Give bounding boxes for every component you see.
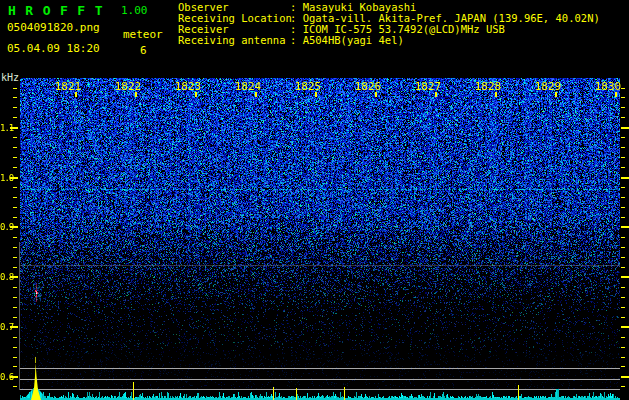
freq-tick-right (621, 317, 625, 318)
time-axis-tick (75, 92, 77, 97)
freq-tick-left (13, 317, 17, 318)
time-axis-tick (375, 92, 377, 97)
freq-tick-left (13, 107, 17, 108)
freq-tick-right (621, 187, 625, 188)
time-axis-tick (555, 92, 557, 97)
freq-tick-right (621, 386, 625, 387)
time-axis-label: 1822 (114, 80, 142, 93)
freq-tick-right (621, 167, 625, 168)
time-axis-tick (255, 92, 257, 97)
freq-tick-right (621, 297, 625, 298)
freq-tick-right (621, 197, 625, 198)
freq-tick-left (13, 287, 17, 288)
freq-tick-left (13, 88, 17, 89)
freq-tick-left (13, 197, 17, 198)
freq-tick-left (13, 187, 17, 188)
freq-tick-right (621, 217, 625, 218)
time-axis-tick (135, 92, 137, 97)
freq-axis-label: 0.8 (0, 272, 13, 282)
time-axis-label: 1825 (294, 80, 322, 93)
freq-tick-right (621, 177, 629, 179)
freq-tick-left (13, 167, 17, 168)
freq-tick-right (621, 287, 625, 288)
freq-tick-left (13, 297, 17, 298)
freq-tick-left (13, 217, 17, 218)
freq-tick-left (13, 247, 17, 248)
time-axis-tick (435, 92, 437, 97)
freq-axis-label: 1.1 (0, 123, 13, 133)
freq-tick-left (13, 386, 17, 387)
freq-tick-right (621, 237, 625, 238)
time-axis-tick (315, 92, 317, 97)
freq-tick-left (13, 257, 17, 258)
freq-tick-left (13, 337, 17, 338)
freq-tick-right (621, 157, 625, 158)
freq-tick-left (13, 267, 17, 268)
freq-axis-label: 0.7 (0, 322, 13, 332)
freq-axis-label: 0.6 (0, 372, 13, 382)
freq-tick-right (621, 337, 625, 338)
freq-axis-label: 1.0 (0, 173, 13, 183)
time-axis-label: 1821 (54, 80, 82, 93)
freq-tick-right (621, 366, 625, 367)
freq-tick-right (621, 247, 625, 248)
freq-tick-right (621, 276, 629, 278)
freq-tick-right (621, 207, 625, 208)
time-axis-label: 1826 (354, 80, 382, 93)
time-axis-label: 1823 (174, 80, 202, 93)
freq-tick-left (13, 237, 17, 238)
time-axis-tick (495, 92, 497, 97)
freq-tick-right (621, 326, 629, 328)
freq-tick-right (621, 97, 625, 98)
time-axis-label: 1828 (474, 80, 502, 93)
freq-tick-right (621, 226, 629, 228)
freq-tick-right (621, 147, 625, 148)
freq-tick-left (13, 117, 17, 118)
time-axis-label: 1827 (414, 80, 442, 93)
time-axis-label: 1829 (534, 80, 562, 93)
freq-tick-left (13, 366, 17, 367)
axis-layer: 1.11.00.90.80.70.61821182218231824182518… (0, 0, 629, 400)
freq-tick-right (621, 347, 625, 348)
time-axis-label: 1824 (234, 80, 262, 93)
freq-tick-right (621, 127, 629, 129)
freq-tick-left (13, 357, 17, 358)
freq-tick-right (621, 107, 625, 108)
freq-tick-left (13, 307, 17, 308)
freq-tick-right (621, 267, 625, 268)
time-axis-tick (615, 92, 617, 97)
freq-tick-left (13, 147, 17, 148)
freq-tick-left (13, 347, 17, 348)
freq-tick-right (621, 117, 625, 118)
freq-axis-label: 0.9 (0, 222, 13, 232)
time-axis-label: 1830 (594, 80, 622, 93)
freq-tick-right (621, 137, 625, 138)
hrofft-screenshot: HROFFT 1.00 0504091820.png meteor 05.04.… (0, 0, 629, 400)
freq-tick-right (621, 376, 629, 378)
time-axis-tick (195, 92, 197, 97)
freq-tick-left (13, 137, 17, 138)
freq-tick-left (13, 157, 17, 158)
freq-tick-right (621, 307, 625, 308)
freq-tick-right (621, 357, 625, 358)
freq-tick-left (13, 207, 17, 208)
freq-tick-left (13, 97, 17, 98)
freq-tick-right (621, 257, 625, 258)
